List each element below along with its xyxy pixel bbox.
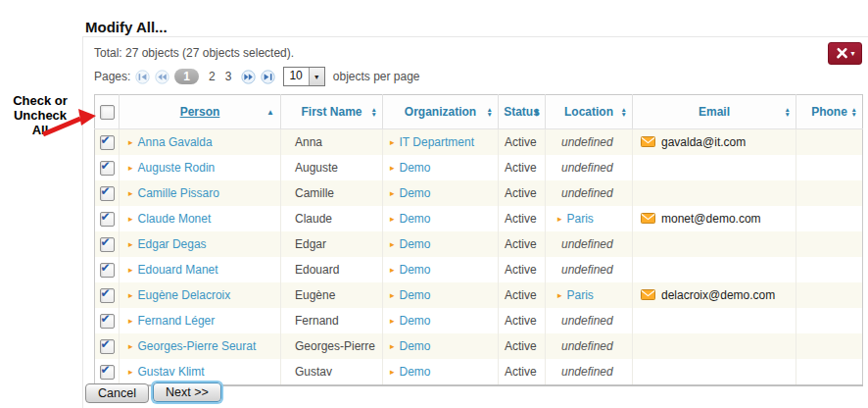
status-cell: Active	[499, 282, 546, 308]
row-checkbox[interactable]	[100, 288, 115, 303]
next-button[interactable]: Next >>	[153, 382, 221, 402]
person-link[interactable]: Camille Pissaro	[138, 186, 219, 200]
person-link[interactable]: Auguste Rodin	[138, 161, 216, 175]
table-row: ▸Gustav KlimtGustav▸DemoActiveundefined	[95, 359, 863, 385]
location-link[interactable]: Paris	[567, 288, 594, 302]
first-name-cell: Edouard	[281, 257, 383, 282]
sort-toggle-icon: ▲▼	[851, 107, 857, 117]
location-cell: undefined	[546, 308, 633, 333]
table-row: ▸Eugène DelacroixEugène▸DemoActive▸Paris…	[95, 282, 863, 308]
email-cell: delacroix@demo.com	[633, 282, 796, 308]
column-header-phone[interactable]: Phone▲▼	[796, 95, 863, 129]
first-name-cell: Auguste	[281, 155, 383, 180]
email-text: delacroix@demo.com	[661, 288, 775, 302]
organization-link[interactable]: Demo	[400, 288, 431, 302]
red-arrow-icon	[41, 108, 96, 137]
bullet-icon: ▸	[390, 239, 395, 249]
person-link[interactable]: Gustav Klimt	[138, 365, 205, 379]
column-label: Person	[180, 105, 220, 119]
page-link-3[interactable]: 3	[220, 70, 237, 83]
last-page-icon[interactable]	[261, 70, 275, 84]
person-cell: ▸Auguste Rodin	[120, 155, 281, 180]
person-link[interactable]: Georges-Pierre Seurat	[138, 339, 257, 353]
row-checkbox[interactable]	[100, 161, 115, 176]
chevron-down-icon[interactable]: ▼	[309, 68, 324, 85]
organization-cell: ▸Demo	[383, 257, 499, 282]
pagination: Pages: 1 23 10 ▼ objects per page	[94, 66, 420, 87]
column-header-person[interactable]: Person▲	[120, 95, 281, 129]
organization-link[interactable]: Demo	[400, 212, 431, 226]
organization-cell: ▸Demo	[383, 206, 499, 231]
bullet-icon: ▸	[390, 163, 395, 173]
location-cell: ▸Paris	[546, 206, 633, 231]
column-header-status[interactable]: Status▲▼	[499, 95, 546, 129]
row-checkbox[interactable]	[100, 186, 115, 201]
person-link[interactable]: Edgar Degas	[138, 237, 207, 251]
first-name-cell: Claude	[281, 206, 383, 231]
column-header-first_name[interactable]: First Name▲▼	[281, 95, 383, 129]
location-undefined-value: undefined	[561, 339, 613, 353]
status-cell: Active	[499, 257, 546, 282]
organization-link[interactable]: Demo	[400, 186, 431, 200]
location-cell: ▸Paris	[546, 282, 633, 308]
row-checkbox[interactable]	[100, 314, 115, 329]
table-row: ▸Anna GavaldaAnna▸IT DepartmentActiveund…	[95, 129, 863, 156]
organization-link[interactable]: IT Department	[400, 135, 474, 149]
phone-cell	[796, 129, 863, 156]
location-undefined-value: undefined	[561, 314, 613, 328]
organization-link[interactable]: Demo	[400, 263, 431, 277]
previous-page-icon[interactable]	[155, 70, 169, 84]
row-checkbox-cell	[95, 180, 120, 206]
person-link[interactable]: Anna Gavalda	[138, 135, 213, 149]
location-cell: undefined	[546, 359, 633, 385]
person-link[interactable]: Claude Monet	[138, 212, 212, 226]
person-link[interactable]: Fernand Léger	[138, 314, 216, 328]
page-link-2[interactable]: 2	[204, 70, 220, 83]
person-link[interactable]: Edouard Manet	[138, 263, 218, 277]
table-row: ▸Georges-Pierre SeuratGeorges-Pierre▸Dem…	[95, 333, 863, 359]
row-checkbox[interactable]	[100, 212, 115, 227]
row-checkbox[interactable]	[100, 135, 115, 150]
bullet-icon: ▸	[128, 239, 133, 249]
email-cell	[633, 257, 796, 282]
cancel-button[interactable]: Cancel	[85, 383, 149, 403]
organization-link[interactable]: Demo	[400, 237, 431, 251]
next-page-icon[interactable]	[241, 70, 256, 84]
bullet-icon: ▸	[128, 367, 133, 377]
column-header-email[interactable]: Email▲▼	[633, 95, 796, 129]
organization-cell: ▸Demo	[383, 155, 499, 180]
phone-cell	[796, 333, 863, 359]
per-page-select[interactable]: 10 ▼	[283, 67, 324, 86]
check-all-checkbox[interactable]	[100, 105, 115, 120]
bullet-icon: ▸	[128, 163, 133, 173]
phone-cell	[796, 180, 863, 206]
objects-table: Person▲First Name▲▼Organization▲▼Status▲…	[94, 94, 862, 386]
organization-link[interactable]: Demo	[400, 161, 431, 175]
status-cell: Active	[499, 206, 546, 231]
row-checkbox[interactable]	[100, 263, 115, 278]
row-checkbox[interactable]	[100, 237, 115, 252]
bullet-icon: ▸	[390, 188, 395, 198]
organization-link[interactable]: Demo	[400, 339, 431, 353]
row-checkbox-cell	[95, 206, 120, 231]
person-cell: ▸Edgar Degas	[120, 231, 281, 257]
row-checkbox[interactable]	[100, 365, 115, 380]
email-cell	[633, 180, 796, 206]
first-page-icon[interactable]	[135, 70, 150, 84]
location-undefined-value: undefined	[561, 237, 613, 251]
column-header-organization[interactable]: Organization▲▼	[383, 95, 499, 129]
row-checkbox[interactable]	[100, 339, 115, 354]
organization-link[interactable]: Demo	[400, 314, 431, 328]
bullet-icon: ▸	[128, 341, 133, 351]
row-checkbox-cell	[95, 129, 120, 156]
bullet-icon: ▸	[128, 316, 133, 326]
email-icon	[641, 136, 655, 147]
row-checkbox-cell	[95, 333, 120, 359]
table-header-row: Person▲First Name▲▼Organization▲▼Status▲…	[95, 95, 863, 129]
column-header-location[interactable]: Location▲▼	[546, 95, 633, 129]
tools-menu-button[interactable]: ▾	[828, 42, 862, 65]
location-link[interactable]: Paris	[567, 212, 594, 226]
person-link[interactable]: Eugène Delacroix	[138, 288, 231, 302]
row-checkbox-cell	[95, 231, 120, 257]
organization-link[interactable]: Demo	[400, 365, 431, 379]
